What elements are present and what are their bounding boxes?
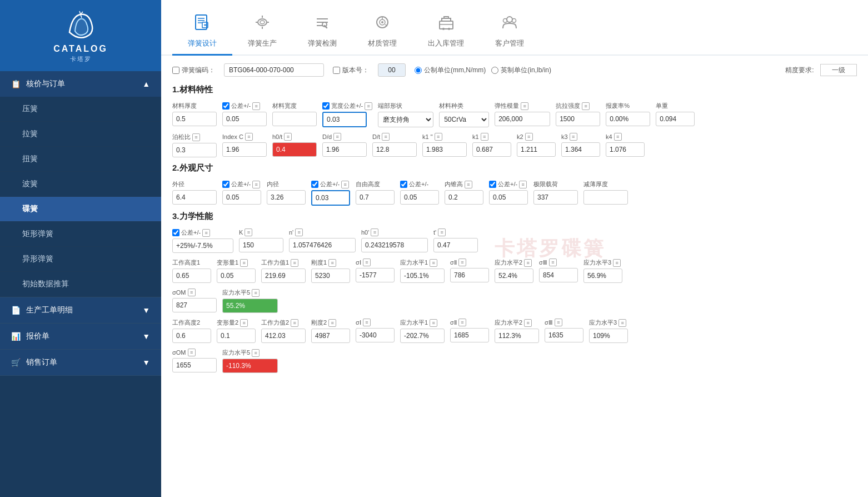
spring-code-checkbox[interactable] [172, 67, 179, 74]
stress-level2-2-info[interactable]: ≡ [524, 319, 532, 327]
k2-input[interactable] [517, 142, 556, 157]
s3-tol-info[interactable]: ≡ [202, 229, 210, 237]
cone-tol-info[interactable]: ≡ [519, 181, 527, 188]
work-force2-info[interactable]: ≡ [291, 319, 298, 327]
elastic-modulus-input[interactable] [495, 112, 550, 126]
k3-info[interactable]: ≡ [570, 133, 577, 141]
h0p-info[interactable]: ≡ [371, 228, 378, 236]
work-height1-input[interactable] [172, 269, 211, 283]
outer-dia-input[interactable] [172, 190, 217, 205]
index-c-input[interactable] [222, 142, 267, 157]
outer-tol-input[interactable] [222, 190, 261, 205]
imperial-unit-radio[interactable] [491, 67, 498, 74]
sigma-ii1-input[interactable] [450, 268, 489, 282]
tab-spring-production[interactable]: 弹簧生产 [232, 7, 292, 56]
sigma-iii1-input[interactable] [539, 268, 578, 282]
stress-level2-1-info[interactable]: ≡ [524, 259, 532, 267]
work-height2-input[interactable] [172, 329, 211, 343]
sidebar-item-disc[interactable]: 碟簧 [0, 197, 161, 222]
dot-info[interactable]: ≡ [382, 133, 390, 141]
tab-inventory[interactable]: 出入库管理 [412, 7, 480, 56]
tolerance1-info[interactable]: ≡ [252, 102, 260, 110]
sidebar-item-rect[interactable]: 矩形弹簧 [0, 222, 161, 247]
version-input[interactable] [378, 63, 406, 77]
tp-info[interactable]: ≡ [438, 228, 446, 236]
k1p-info[interactable]: ≡ [435, 133, 442, 141]
metric-unit-radio[interactable] [415, 67, 422, 74]
sidebar-item-special[interactable]: 异形弹簧 [0, 247, 161, 272]
imperial-unit-label[interactable]: 英制单位(in,lb/in) [491, 66, 551, 75]
stress-level5-2-input[interactable] [222, 359, 278, 373]
k1p-input[interactable] [422, 142, 467, 157]
material-width-input[interactable] [272, 112, 317, 126]
sigma-om2-info[interactable]: ≡ [188, 349, 196, 356]
stress-level3-1-input[interactable] [583, 269, 622, 283]
sigma-i2-input[interactable] [356, 328, 395, 342]
dot-input[interactable] [372, 142, 417, 157]
inner-tol-checkbox[interactable] [311, 181, 318, 188]
sigma-ii2-info[interactable]: ≡ [458, 319, 466, 326]
sidebar-item-wave[interactable]: 波簧 [0, 172, 161, 197]
sigma-i2-info[interactable]: ≡ [363, 319, 371, 326]
poisson-input[interactable] [172, 143, 217, 157]
cone-tol-checkbox[interactable] [489, 181, 496, 188]
s3-tol-checkbox[interactable] [172, 229, 179, 236]
tensile-strength-input[interactable] [556, 112, 600, 126]
stress-level5-1-input[interactable] [222, 299, 278, 313]
tensile-info[interactable]: ≡ [582, 102, 590, 110]
stiffness1-input[interactable] [311, 269, 350, 283]
k4-info[interactable]: ≡ [614, 133, 622, 141]
metric-unit-label[interactable]: 公制单位(mm,N/mm) [415, 66, 486, 75]
end-shape-select[interactable]: 磨支持角 [378, 112, 433, 127]
spring-code-input[interactable] [224, 63, 324, 77]
stress-level5-1-info[interactable]: ≡ [252, 289, 260, 297]
sidebar-group-pricing-header[interactable]: 📋 核价与订单 ▲ [0, 71, 161, 97]
sigma-ii2-input[interactable] [450, 328, 489, 342]
index-c-info[interactable]: ≡ [245, 133, 253, 141]
scrap-rate-input[interactable] [606, 112, 650, 126]
sidebar-group-production-header[interactable]: 📄 生产工单明细 ▼ [0, 297, 161, 323]
s3-tolerance-input[interactable] [172, 238, 233, 253]
sidebar-item-torsion[interactable]: 扭簧 [0, 147, 161, 172]
np-input[interactable] [289, 238, 356, 252]
reduce-thick-input[interactable] [583, 190, 628, 205]
h0t-input[interactable] [272, 142, 317, 157]
sigma-i1-input[interactable] [356, 268, 395, 282]
outer-tol-info[interactable]: ≡ [252, 181, 260, 188]
k3-input[interactable] [561, 142, 600, 157]
work-force2-input[interactable] [261, 329, 306, 343]
inner-tol-info[interactable]: ≡ [341, 181, 349, 188]
stress-level3-1-info[interactable]: ≡ [613, 259, 621, 267]
stiffness2-input[interactable] [311, 329, 350, 343]
material-type-select[interactable]: 50CrVa [439, 112, 489, 127]
inner-dia-input[interactable] [267, 190, 306, 205]
elastic-mod-info[interactable]: ≡ [521, 102, 528, 110]
stress-level1-2-input[interactable] [400, 329, 445, 343]
stiffness1-info[interactable]: ≡ [328, 259, 336, 267]
material-thickness-input[interactable] [172, 112, 217, 126]
sidebar-group-sales-header[interactable]: 🛒 销售订单 ▼ [0, 350, 161, 375]
version-checkbox[interactable] [333, 67, 340, 74]
sigma-iii1-info[interactable]: ≡ [549, 259, 557, 266]
sidebar-item-estimate[interactable]: 初始数据推算 [0, 272, 161, 297]
tab-spring-design[interactable]: 弹簧设计 [172, 7, 232, 56]
work-force1-info[interactable]: ≡ [291, 259, 298, 267]
tab-material[interactable]: 材质管理 [352, 7, 412, 56]
sidebar-item-tension[interactable]: 拉簧 [0, 122, 161, 147]
sigma-iii2-info[interactable]: ≡ [555, 319, 562, 326]
np-info[interactable]: ≡ [295, 228, 303, 236]
inner-tol-input[interactable] [311, 190, 350, 206]
deform2-input[interactable] [217, 329, 256, 343]
h0p-input[interactable] [361, 238, 428, 252]
sidebar-item-pressure[interactable]: 压簧 [0, 97, 161, 122]
cone-height-info[interactable]: ≡ [465, 181, 472, 188]
stress-level1-1-info[interactable]: ≡ [430, 259, 437, 267]
dod-info[interactable]: ≡ [333, 133, 341, 141]
sigma-om1-input[interactable] [172, 298, 217, 312]
deform1-info[interactable]: ≡ [240, 259, 248, 267]
stress-level1-2-info[interactable]: ≡ [430, 319, 437, 327]
deform1-input[interactable] [217, 269, 256, 283]
stress-level3-2-info[interactable]: ≡ [618, 319, 626, 327]
sigma-ii1-info[interactable]: ≡ [458, 259, 466, 266]
stress-level2-1-input[interactable] [495, 269, 533, 283]
